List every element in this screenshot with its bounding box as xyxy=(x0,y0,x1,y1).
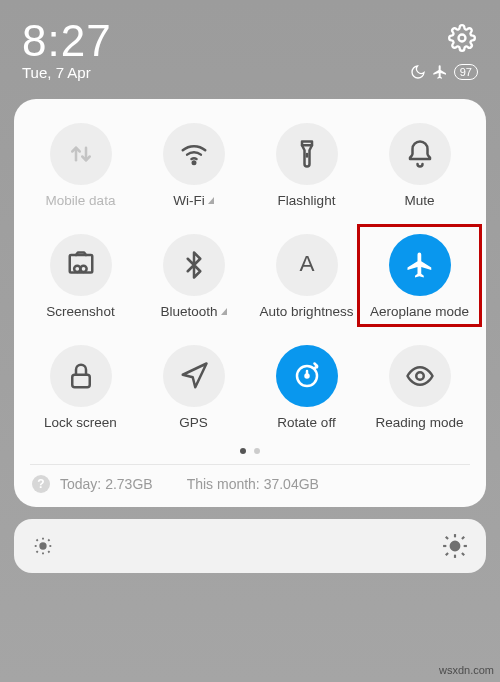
data-usage-row[interactable]: ? Today: 2.73GB This month: 37.04GB xyxy=(24,465,476,497)
tile-label: Mute xyxy=(404,193,434,208)
info-icon: ? xyxy=(32,475,50,493)
status-indicators: 97 xyxy=(410,64,478,80)
svg-text:A: A xyxy=(299,251,314,276)
svg-point-11 xyxy=(416,372,424,380)
page-indicator[interactable] xyxy=(24,448,476,454)
svg-point-21 xyxy=(451,542,460,551)
svg-line-18 xyxy=(48,551,49,552)
tile-gps[interactable]: GPS xyxy=(137,345,250,430)
tile-label: Bluetooth xyxy=(160,304,226,319)
tile-bluetooth[interactable]: Bluetooth xyxy=(137,234,250,319)
reading-mode-icon xyxy=(389,345,451,407)
brightness-low-icon xyxy=(32,535,54,557)
data-usage-month: This month: 37.04GB xyxy=(187,476,319,492)
tile-label: Lock screen xyxy=(44,415,117,430)
tiles-grid: Mobile dataWi-FiFlashlightMuteScreenshot… xyxy=(24,123,476,430)
tile-label: Screenshot xyxy=(46,304,114,319)
settings-button[interactable] xyxy=(448,24,476,52)
tile-label: Auto brightness xyxy=(260,304,354,319)
svg-line-20 xyxy=(36,551,37,552)
tile-label: Wi-Fi xyxy=(173,193,213,208)
svg-point-1 xyxy=(192,162,195,165)
gps-icon xyxy=(163,345,225,407)
auto-brightness-icon: A xyxy=(276,234,338,296)
tile-screenshot[interactable]: Screenshot xyxy=(24,234,137,319)
svg-point-12 xyxy=(40,543,46,549)
tile-mute[interactable]: Mute xyxy=(363,123,476,208)
svg-point-0 xyxy=(459,35,466,42)
clock: 8:27 xyxy=(22,16,478,66)
brightness-high-icon xyxy=(442,533,468,559)
expand-triangle-icon xyxy=(208,197,214,204)
tile-lock-screen[interactable]: Lock screen xyxy=(24,345,137,430)
svg-point-6 xyxy=(80,266,86,272)
bluetooth-icon xyxy=(163,234,225,296)
tile-label: GPS xyxy=(179,415,208,430)
brightness-slider[interactable] xyxy=(14,519,486,573)
airplane-icon xyxy=(432,64,448,80)
tile-label: Aeroplane mode xyxy=(370,304,469,319)
quick-settings-screen: 8:27 Tue, 7 Apr 97 Mobile dataWi-FiFlash… xyxy=(0,0,500,682)
svg-rect-8 xyxy=(72,375,90,388)
svg-line-17 xyxy=(36,539,37,540)
svg-point-10 xyxy=(305,375,308,378)
tile-auto-brightness[interactable]: AAuto brightness xyxy=(250,234,363,319)
tile-mobile-data[interactable]: Mobile data xyxy=(24,123,137,208)
watermark: wsxdn.com xyxy=(439,664,494,676)
aeroplane-mode-icon xyxy=(389,234,451,296)
tile-label: Rotate off xyxy=(277,415,335,430)
data-usage-today: Today: 2.73GB xyxy=(60,476,153,492)
mute-icon xyxy=(389,123,451,185)
tile-wifi[interactable]: Wi-Fi xyxy=(137,123,250,208)
svg-line-29 xyxy=(446,553,448,555)
gear-icon xyxy=(448,24,476,52)
battery-indicator: 97 xyxy=(454,64,478,80)
page-dot-1[interactable] xyxy=(240,448,246,454)
screenshot-icon xyxy=(50,234,112,296)
tile-reading-mode[interactable]: Reading mode xyxy=(363,345,476,430)
mobile-data-icon xyxy=(50,123,112,185)
rotate-off-icon xyxy=(276,345,338,407)
tile-rotate-off[interactable]: Rotate off xyxy=(250,345,363,430)
tile-label: Flashlight xyxy=(278,193,336,208)
wifi-icon xyxy=(163,123,225,185)
dnd-moon-icon xyxy=(410,64,426,80)
svg-line-26 xyxy=(446,537,448,539)
quick-settings-panel: Mobile dataWi-FiFlashlightMuteScreenshot… xyxy=(14,99,486,507)
tile-aeroplane-mode[interactable]: Aeroplane mode xyxy=(363,234,476,319)
page-dot-2[interactable] xyxy=(254,448,260,454)
tile-flashlight[interactable]: Flashlight xyxy=(250,123,363,208)
expand-triangle-icon xyxy=(221,308,227,315)
svg-line-27 xyxy=(462,553,464,555)
svg-rect-2 xyxy=(302,142,312,146)
flashlight-icon xyxy=(276,123,338,185)
lock-screen-icon xyxy=(50,345,112,407)
tile-label: Mobile data xyxy=(46,193,116,208)
tile-label: Reading mode xyxy=(376,415,464,430)
svg-line-19 xyxy=(48,539,49,540)
svg-line-28 xyxy=(462,537,464,539)
